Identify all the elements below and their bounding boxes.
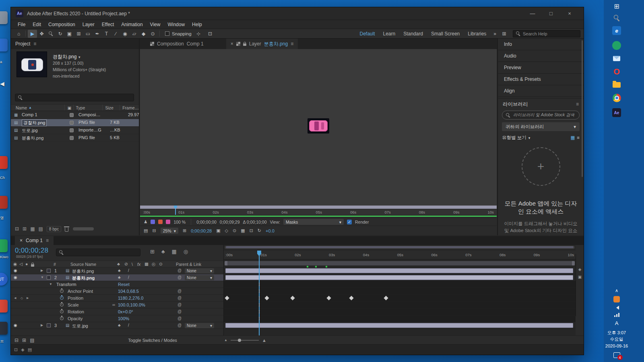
shy-switch[interactable]: ♣	[118, 268, 121, 273]
view-dropdown[interactable]: Masks▾	[283, 219, 344, 225]
new-folder-icon[interactable]: ⊞	[23, 226, 27, 231]
layer-row-2[interactable]: ◉ ▼ 2 ▤ 분홍차.png ♣ / @ None▾	[11, 274, 223, 281]
out-time[interactable]: 0;00;09;29	[220, 220, 240, 224]
pick-whip-icon[interactable]: @	[178, 302, 182, 307]
adjust-icon[interactable]: ▤	[38, 226, 43, 231]
position-track[interactable]	[224, 295, 576, 302]
twirl-closed-icon[interactable]: ▶	[41, 269, 43, 272]
opera-icon[interactable]: O	[612, 67, 621, 76]
hide-shy-layers-icon[interactable]: ▦	[171, 249, 176, 254]
file-explorer-icon[interactable]	[613, 82, 621, 88]
list-view-icon[interactable]: ≡	[577, 136, 580, 140]
snapshot-icon[interactable]: ▣	[216, 228, 220, 233]
column-label-icon[interactable]: ▣	[64, 105, 73, 111]
grid-view-icon[interactable]: ▦	[570, 136, 575, 140]
in-time[interactable]: 0;00;00;00	[196, 220, 217, 224]
desktop-shortcut-icon[interactable]	[0, 11, 8, 24]
quality-switch[interactable]: /	[128, 323, 129, 327]
menu-item[interactable]: Effect	[98, 22, 118, 27]
zoom-in-mountain-icon[interactable]: ▲	[262, 338, 266, 343]
eye-icon[interactable]: ◉	[14, 323, 17, 327]
interpret-footage-icon[interactable]: ⊟	[15, 226, 19, 231]
pink-car-layer[interactable]	[308, 118, 329, 134]
project-row-footage[interactable]: ▤ 분홍차.png PNG file 5 KB	[11, 134, 139, 142]
stopwatch-icon[interactable]	[60, 303, 64, 306]
pick-whip-icon[interactable]: @	[178, 323, 182, 327]
previous-keyframe-icon[interactable]: ◀	[14, 296, 16, 300]
hand-tool-icon[interactable]: ✥	[37, 30, 46, 38]
exposure-value[interactable]: +0.0	[266, 228, 275, 233]
project-row-footage[interactable]: ▤ 도로.jpg Importe…G …KB	[11, 127, 139, 134]
pick-whip-icon[interactable]: @	[178, 289, 182, 293]
project-search-input[interactable]	[15, 94, 134, 101]
rotation-value[interactable]: 0x+0.0°	[118, 309, 133, 314]
work-area-bar[interactable]	[225, 261, 575, 265]
delete-icon[interactable]	[65, 228, 68, 232]
snapping-toggle[interactable]: Snapping ⊹ ⊡	[165, 30, 215, 38]
link-dimensions-icon[interactable]: ∞	[112, 302, 115, 307]
shy-switch[interactable]: ♣	[118, 275, 121, 280]
property-row-anchor-point[interactable]: Anchor Point 104.0,68.5 @	[11, 288, 223, 295]
opacity-value[interactable]: 100%	[118, 316, 129, 321]
close-button[interactable]: ×	[560, 8, 579, 20]
project-row-footage[interactable]: ▤ 경찰차.png PNG file 7 KB	[11, 119, 139, 127]
snap-option2-icon[interactable]: ⊡	[206, 30, 215, 38]
column-frame-rate[interactable]: Frame…	[120, 105, 139, 111]
selection-tool-icon[interactable]: ▶	[28, 30, 37, 38]
desktop-shortcut-icon[interactable]	[0, 196, 8, 209]
roi-icon[interactable]: ⊡	[250, 228, 253, 233]
pick-whip-icon[interactable]: @	[178, 309, 182, 314]
twirl-open-icon[interactable]: ▼	[41, 276, 44, 279]
expand-switches-icon[interactable]: ⊞	[22, 338, 26, 343]
desktop-shortcut-icon[interactable]	[0, 322, 8, 335]
column-size[interactable]: Size	[102, 105, 120, 111]
library-select-dropdown[interactable]: 귀하의 라이브러리 ▾	[502, 122, 580, 131]
workspace-tab[interactable]: Standard	[399, 30, 427, 37]
layer-row-1[interactable]: ◉ ▶ 1 ▤ 분홍차.png ♣ / @ None▾	[11, 267, 223, 274]
shape-tool-icon[interactable]: ▭	[83, 30, 93, 38]
layer-viewport[interactable]	[140, 49, 497, 206]
menu-item[interactable]: Edit	[29, 22, 45, 27]
layer-track-1[interactable]	[224, 267, 576, 274]
tray-app-icon[interactable]	[613, 296, 620, 302]
vertical-scrollbar[interactable]	[582, 40, 583, 177]
home-icon[interactable]: ⌂	[14, 30, 23, 38]
viewer-time-ruler[interactable]: :00s01s02s03s04s05s06s07s08s09s10s	[140, 209, 497, 215]
speaker-icon[interactable]	[614, 306, 619, 310]
stopwatch-active-icon[interactable]	[60, 296, 64, 300]
search-help-input[interactable]: Search Help	[513, 30, 580, 37]
panel-menu-icon[interactable]: ≡	[46, 238, 49, 243]
composition-mini-flowchart-icon[interactable]: ⊞	[150, 249, 155, 254]
puppet-pin-tool-icon[interactable]: ⊙	[148, 30, 157, 38]
grid-guides-icon[interactable]: ⊞	[183, 228, 186, 233]
menu-item[interactable]: Layer	[79, 22, 98, 27]
project-row-comp[interactable]: ▦ Comp 1 Composi… 29.97	[11, 111, 139, 119]
label-color-chip[interactable]	[70, 121, 74, 125]
pick-whip-icon[interactable]: @	[178, 316, 182, 321]
view-by-dropdown[interactable]: 유형별 보기	[502, 135, 526, 141]
current-timecode[interactable]: 0;00;00;28	[15, 247, 48, 255]
type-tool-icon[interactable]: T	[102, 30, 111, 38]
layer-viewer-tab[interactable]: × Layer 분홍차.png ≡	[226, 39, 298, 49]
clone-stamp-tool-icon[interactable]: ◉	[120, 30, 130, 38]
viewer-playhead[interactable]	[175, 206, 176, 215]
menu-item[interactable]: Animation	[118, 22, 146, 27]
flowchart-icon[interactable]: ◈	[21, 348, 24, 352]
action-center-icon[interactable]: 4	[613, 352, 620, 358]
anchor-point-value[interactable]: 104.0,68.5	[118, 289, 139, 294]
project-tab[interactable]: Project	[15, 41, 30, 47]
pick-whip-icon[interactable]: @	[178, 268, 182, 273]
transparency-icon[interactable]: ♟	[144, 220, 147, 224]
brush-tool-icon[interactable]: ∕	[111, 30, 120, 38]
snapping-checkbox[interactable]	[165, 31, 169, 36]
eye-icon[interactable]: ◉	[14, 275, 17, 280]
menu-item[interactable]: Window	[164, 22, 188, 27]
zoom-dropdown[interactable]: 25%▾	[161, 228, 178, 234]
taskbar-search-icon[interactable]	[613, 15, 619, 21]
render-checkbox[interactable]: ✓	[347, 220, 352, 224]
channels-icon[interactable]: ⊙	[233, 228, 236, 233]
desktop-shortcut-icon[interactable]	[0, 300, 8, 313]
chrome-icon[interactable]	[613, 94, 621, 102]
workspace-tab[interactable]: Learn	[379, 30, 400, 37]
show-snapshot-icon[interactable]: ◇	[225, 228, 228, 233]
